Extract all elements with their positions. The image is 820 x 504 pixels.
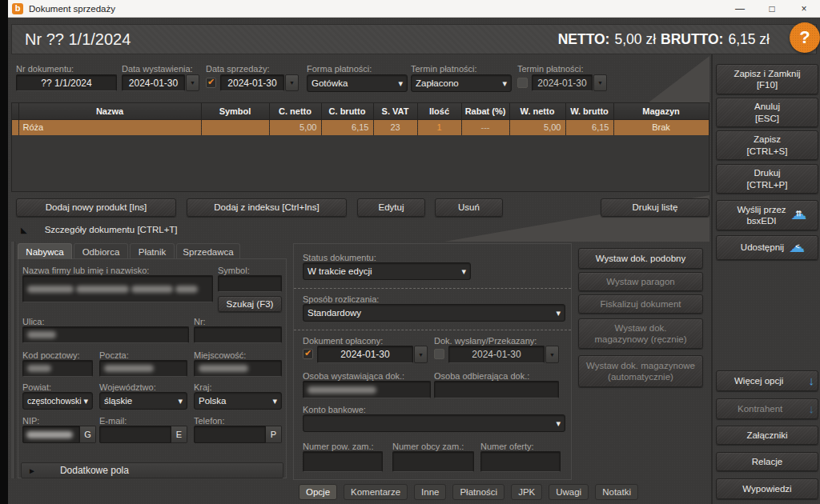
chevron-down-icon: ▾: [556, 308, 561, 318]
postal-input[interactable]: [22, 360, 93, 377]
termin-platnosci-data-dropdown[interactable]: ▼: [593, 74, 607, 91]
column-header[interactable]: Ilość: [417, 103, 461, 119]
email-field[interactable]: E: [99, 426, 187, 443]
termin-platnosci-data-checkbox[interactable]: [517, 78, 528, 88]
sent-checkbox[interactable]: [434, 349, 444, 359]
tab-komentarze[interactable]: Komentarze: [344, 484, 408, 500]
tab-notatki[interactable]: Notatki: [595, 484, 638, 500]
issuer-input[interactable]: [303, 381, 431, 398]
tab-odbiorca[interactable]: Odbiorca: [74, 243, 128, 259]
add-product-button[interactable]: Dodaj nowy produkt [Ins]: [16, 198, 176, 217]
nip-field[interactable]: G: [22, 426, 96, 443]
tab-uwagi[interactable]: Uwagi: [549, 484, 589, 500]
offer-no-input[interactable]: [480, 451, 561, 472]
phone-button[interactable]: P: [266, 426, 282, 443]
nr-dokumentu-input[interactable]: ?? 1/1/2024: [16, 74, 117, 91]
print-button[interactable]: Drukuj [CTRL+P]: [716, 164, 818, 194]
paid-checkbox[interactable]: ✔: [303, 349, 313, 359]
settlement-select[interactable]: Standardowy ▾: [303, 304, 565, 322]
nr-input[interactable]: [194, 326, 282, 343]
data-sprzedazy-input[interactable]: 2024-01-30: [220, 74, 284, 91]
termin-platnosci-select[interactable]: Zapłacono ▾: [411, 74, 512, 92]
post-input[interactable]: [99, 360, 187, 377]
tab-opcje[interactable]: Opcje: [299, 484, 337, 500]
chevron-down-icon: ▾: [83, 396, 88, 406]
issue-similar-doc-button[interactable]: Wystaw dok. podobny: [578, 248, 703, 269]
data-sprzedazy-checkbox[interactable]: ✔: [206, 78, 216, 88]
name-input[interactable]: [22, 275, 213, 302]
column-header[interactable]: S. VAT: [373, 103, 417, 119]
receiver-input[interactable]: [434, 381, 559, 398]
data-wystawienia-dropdown[interactable]: ▼: [186, 74, 199, 91]
tab-inne[interactable]: Inne: [414, 484, 446, 500]
tab-sprzedawca[interactable]: Sprzedawca: [176, 243, 240, 259]
column-header[interactable]: Nazwa: [18, 103, 201, 119]
paid-date-dropdown[interactable]: ▼: [414, 346, 428, 363]
tab-jpk[interactable]: JPK: [511, 484, 542, 500]
city-input[interactable]: [194, 360, 282, 377]
save-button[interactable]: Zapisz [CTRL+S]: [716, 130, 818, 160]
nip-gus-button[interactable]: G: [80, 426, 96, 443]
save-and-close-button[interactable]: Zapisz i Zamknij [F10]: [716, 64, 818, 94]
status-select[interactable]: W trakcie edycji ▾: [303, 262, 471, 280]
print-list-button[interactable]: Drukuj listę: [601, 198, 709, 217]
country-select[interactable]: Polska ▾: [194, 392, 282, 410]
tab-platnik[interactable]: Płatnik: [130, 243, 175, 259]
close-button[interactable]: ×: [788, 0, 820, 17]
termin-platnosci-value: Zapłacono: [416, 78, 459, 88]
attachments-button[interactable]: Załączniki: [716, 426, 818, 445]
order-no-input[interactable]: [303, 451, 383, 472]
forma-platnosci-select[interactable]: Gotówka ▾: [307, 74, 408, 92]
phone-field[interactable]: P: [194, 426, 282, 443]
warehouse-doc-manual-button[interactable]: Wystaw dok. magazynowy (ręcznie): [578, 318, 703, 349]
county-select[interactable]: częstochowski ▾: [22, 392, 93, 410]
column-header[interactable]: W. brutto: [565, 103, 613, 119]
column-header[interactable]: Symbol: [201, 103, 269, 119]
email-button[interactable]: E: [171, 426, 187, 443]
share-button[interactable]: Udostępnij ☁ <: [716, 235, 818, 260]
foreign-order-no-input[interactable]: [392, 451, 474, 472]
share-cloud-icon: ☁ <: [789, 242, 806, 254]
street-input[interactable]: [22, 326, 189, 343]
warehouse-doc-auto-button[interactable]: Wystaw dok. magazynowe (automatycznie): [578, 355, 703, 387]
issue-receipt-button[interactable]: Wystaw paragon: [578, 272, 703, 291]
relations-button[interactable]: Relacje: [716, 452, 818, 471]
maximize-button[interactable]: □: [756, 0, 788, 17]
column-header[interactable]: Magazyn: [613, 103, 709, 119]
send-edi-button[interactable]: Wyślij przez bsxEDI ☁ ⇈: [716, 200, 818, 230]
column-header[interactable]: Rabat (%): [461, 103, 509, 119]
extra-fields-expander[interactable]: ► Dodatkowe pola: [21, 462, 283, 478]
tab-nabywca[interactable]: Nabywca: [18, 243, 72, 259]
data-wystawienia-input[interactable]: 2024-01-30: [122, 74, 185, 91]
column-header[interactable]: C. brutto: [321, 103, 373, 119]
bank-account-select[interactable]: ▾: [303, 414, 565, 432]
search-button[interactable]: Szukaj (F3): [218, 296, 282, 312]
cell-w-brutto: 6,15: [565, 119, 613, 135]
panel-splitter[interactable]: [11, 242, 15, 478]
help-button[interactable]: ?: [790, 22, 820, 53]
table-row[interactable]: Róża 5,00 6,15 23 1 --- 5,00 6,15 Brak: [12, 119, 709, 135]
redacted-text: [27, 331, 56, 338]
sent-date-dropdown[interactable]: ▼: [545, 346, 559, 363]
column-header[interactable]: W. netto: [509, 103, 565, 119]
tab-platnosci[interactable]: Płatności: [452, 484, 504, 500]
edit-button[interactable]: Edytuj: [357, 198, 425, 217]
delete-button[interactable]: Usuń: [435, 198, 503, 217]
sent-date-input[interactable]: 2024-01-30: [448, 346, 545, 363]
more-options-button[interactable]: Więcej opcji ↓: [716, 370, 818, 391]
voivodeship-select[interactable]: śląskie ▾: [99, 392, 187, 410]
cancel-button[interactable]: Anuluj [ESC]: [716, 98, 818, 127]
minimize-button[interactable]: —: [724, 0, 756, 17]
statements-button[interactable]: Wypowiedzi: [716, 478, 818, 499]
contractor-button[interactable]: Kontrahent ↓: [716, 398, 818, 419]
column-header[interactable]: C. netto: [269, 103, 321, 119]
data-sprzedazy-dropdown[interactable]: ▼: [285, 74, 299, 91]
extra-fields-label: Dodatkowe pola: [60, 465, 129, 476]
collapse-icon: ◣: [21, 226, 27, 234]
paid-date-input[interactable]: 2024-01-30: [317, 346, 413, 363]
details-section-header[interactable]: ◣ Szczegóły dokumentu [CTRL+T]: [11, 221, 709, 238]
termin-platnosci-data-input[interactable]: 2024-01-30: [532, 74, 593, 91]
symbol-input[interactable]: [218, 275, 282, 292]
add-from-index-button[interactable]: Dodaj z indeksu [Ctrl+Ins]: [187, 198, 347, 217]
fiscalize-button[interactable]: Fiskalizuj dokument: [578, 294, 703, 314]
